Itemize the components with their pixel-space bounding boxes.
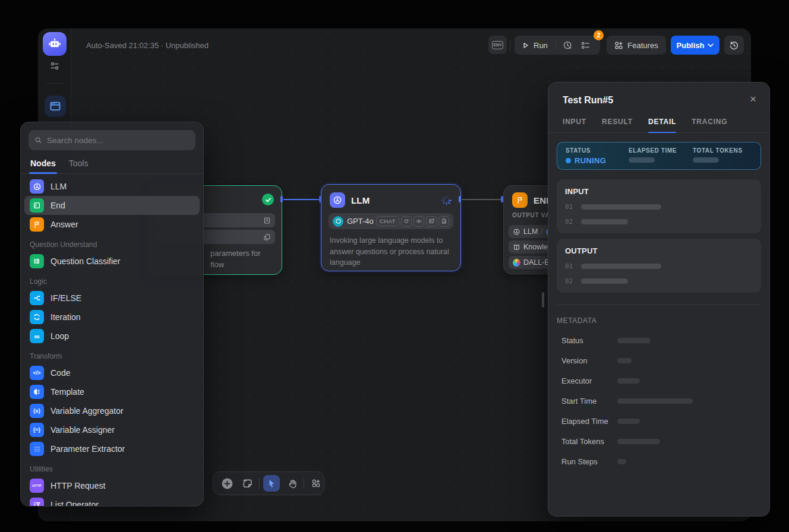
skeleton-bar	[617, 459, 626, 464]
run-history-button[interactable]	[563, 40, 573, 50]
node-item-parameter-extractor[interactable]: Parameter Extractor	[24, 439, 200, 458]
autosave-status: Auto-Saved 21:02:35 · Unpublished	[86, 41, 209, 50]
node-item-http-request[interactable]: HTTP HTTP Request	[24, 476, 200, 495]
node-item-template[interactable]: Template	[24, 382, 200, 401]
clock-play-icon	[563, 40, 573, 50]
publish-label: Publish	[677, 41, 705, 50]
checklist-button[interactable]	[580, 40, 591, 50]
input-card: INPUT 01 02	[557, 179, 761, 233]
cursor-icon	[267, 479, 276, 488]
canvas-toolbar	[213, 471, 324, 495]
success-check-icon	[262, 194, 274, 205]
preview-window-button[interactable]	[45, 96, 66, 117]
window-icon	[49, 100, 61, 112]
skeleton-bar	[617, 439, 660, 444]
paragraph-icon	[263, 217, 271, 224]
section-transform: Transform	[24, 346, 200, 363]
tab-tools[interactable]: Tools	[69, 159, 89, 173]
metadata-row: Start Time	[557, 397, 761, 406]
answer-icon	[30, 217, 44, 232]
metadata-title: METADATA	[557, 316, 761, 325]
audio-capability-icon	[414, 216, 424, 227]
image-capability-icon	[426, 216, 437, 227]
iteration-icon	[30, 310, 44, 324]
node-item-answer[interactable]: Answer	[24, 215, 200, 234]
node-panel-tabs: Nodes Tools	[21, 150, 203, 174]
history-restore-icon	[729, 40, 739, 50]
row-index: 02	[565, 277, 573, 285]
robot-icon	[48, 37, 61, 50]
openai-model-icon	[333, 216, 343, 227]
pointer-tool-button[interactable]	[263, 475, 280, 492]
app-logo-robot-icon[interactable]	[43, 32, 67, 56]
features-button[interactable]: Features	[607, 36, 666, 55]
preferences-sliders-icon[interactable]	[49, 60, 61, 72]
add-note-button[interactable]	[239, 475, 255, 492]
variable-aggregator-icon: {x}	[30, 404, 44, 418]
llm-variable-icon	[513, 228, 520, 236]
skeleton-bar	[617, 398, 693, 404]
run-button-group: Run	[515, 36, 600, 55]
node-item-loop[interactable]: ∞ Loop	[24, 327, 200, 346]
node-search-box[interactable]	[29, 130, 195, 150]
tab-input[interactable]: INPUT	[563, 118, 586, 132]
metadata-divider	[557, 304, 761, 305]
copy-icon	[263, 233, 271, 241]
run-button[interactable]: Run	[522, 41, 548, 50]
tab-nodes[interactable]: Nodes	[30, 159, 56, 173]
publish-button[interactable]: Publish	[671, 36, 719, 55]
edge-line	[462, 199, 501, 200]
tab-tracing[interactable]: TRACING	[692, 118, 727, 132]
metadata-row: Elapsed Time	[557, 417, 761, 426]
tab-detail[interactable]: DETAIL	[648, 118, 676, 132]
llm-node-description: Invoking large language models to answer…	[330, 235, 453, 268]
end-icon	[30, 198, 44, 213]
search-icon	[34, 136, 42, 144]
hand-tool-button[interactable]	[283, 475, 300, 492]
variable-assigner-icon: {=}	[30, 423, 44, 437]
tab-result[interactable]: RESULT	[602, 118, 633, 132]
model-name: GPT-4o	[347, 217, 374, 226]
row-index: 01	[565, 203, 573, 211]
close-icon[interactable]: ×	[750, 93, 756, 104]
node-item-question-classifier[interactable]: Question Classifier	[24, 252, 200, 271]
code-icon: </>	[30, 366, 44, 380]
node-item-iteration[interactable]: Iteration	[24, 308, 200, 327]
section-question-understand: Question Understand	[24, 234, 200, 252]
node-item-variable-assigner[interactable]: {=} Variable Assigner	[24, 420, 200, 439]
llm-node-icon	[330, 192, 345, 208]
node-item-variable-aggregator[interactable]: {x} Variable Aggregator	[24, 401, 200, 420]
add-node-button[interactable]	[219, 475, 235, 492]
node-item-ifelse[interactable]: IF/ELSE	[24, 289, 200, 308]
node-item-list-operator[interactable]: List Operator	[24, 495, 200, 506]
run-label: Run	[534, 41, 548, 50]
metadata-row: Executor	[557, 376, 761, 385]
toolbar-divider	[259, 478, 260, 489]
node-item-code[interactable]: </> Code	[24, 363, 200, 382]
topbar-divider	[510, 40, 510, 50]
elapsed-time-label: ELAPSED TIME	[629, 147, 693, 154]
checklist-count-badge: 2	[594, 30, 604, 40]
node-list: LLM End Answer Question Understand Quest…	[21, 174, 203, 506]
organize-nodes-button[interactable]	[308, 475, 324, 492]
search-input[interactable]	[47, 136, 190, 145]
features-label: Features	[627, 41, 658, 50]
metadata-row: Status	[557, 336, 761, 345]
test-run-tabs: INPUT RESULT DETAIL TRACING	[548, 106, 769, 133]
template-icon	[30, 385, 44, 399]
llm-node-title: LLM	[351, 195, 370, 205]
document-capability-icon	[438, 216, 449, 227]
node-item-end[interactable]: End	[24, 196, 200, 215]
skeleton-bar	[617, 378, 640, 384]
version-history-button[interactable]	[724, 36, 744, 55]
output-card: OUTPUT 01 02	[557, 239, 761, 293]
metadata-row: Total Tokens	[557, 437, 761, 446]
panel-resize-handle[interactable]	[542, 292, 544, 308]
model-selector[interactable]: GPT-4o CHAT	[329, 213, 453, 229]
env-button[interactable]: ENV	[488, 36, 507, 54]
play-icon	[522, 42, 529, 49]
node-item-llm[interactable]: LLM	[24, 177, 200, 196]
question-classifier-icon	[30, 254, 44, 268]
features-grid-icon	[614, 41, 623, 50]
llm-node[interactable]: LLM GPT-4o CHAT	[321, 184, 461, 271]
